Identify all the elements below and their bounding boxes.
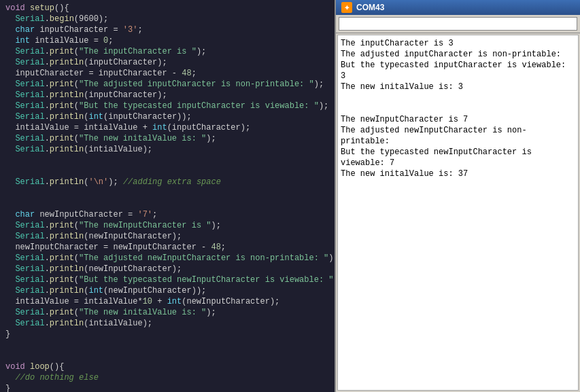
code-line: Serial.println(intialValue); [0,144,335,155]
code-line: intialValue = intialValue*10 + int(newIn… [0,296,335,307]
code-line: Serial.println(int(newInputCharacter)); [0,285,335,296]
code-line: Serial.print("The newInputCharacter is "… [0,220,335,231]
code-line: Serial.print("The adjusted inputCharacte… [0,79,335,90]
serial-icon: ✦ [341,2,352,13]
code-line [0,166,335,177]
code-line: Serial.println(inputCharacter); [0,90,335,101]
code-line: Serial.println('\n'); //adding extra spa… [0,177,335,188]
code-line: Serial.println(int(inputCharacter)); [0,111,335,122]
code-line [0,155,335,166]
code-line [0,340,335,351]
code-editor: void setup(){ Serial.begin(9600); char i… [0,0,335,392]
code-line: void setup(){ [0,3,335,14]
output-blank-line [341,103,575,114]
code-line: Serial.print("The new initalValue is: ")… [0,133,335,144]
code-line: char newInputCharacter = '7'; [0,209,335,220]
code-line: int intialValue = 0; [0,35,335,46]
code-line: } [0,383,335,392]
serial-monitor-panel: ✦ COM43 The inputCharacter is 3The adjus… [335,0,580,392]
output-line: The new initalValue is: 37 [341,168,575,179]
output-line: But the typecasted newInputCharacter is … [341,147,575,168]
serial-input-bar [336,15,580,33]
output-line: The adjusted newInputCharacter is non-pr… [341,125,575,147]
code-line: Serial.print("The adjusted newInputChara… [0,253,335,264]
code-line: void loop(){ [0,361,335,372]
code-line [0,188,335,198]
serial-input[interactable] [339,17,577,31]
code-line: newInputCharacter = newInputCharacter - … [0,242,335,253]
output-line: But the typecasted inputCharacter is vie… [341,60,575,82]
output-line: The new initalValue is: 3 [341,82,575,92]
serial-output: The inputCharacter is 3The adjusted inpu… [337,35,579,391]
code-line: //do nothing else [0,372,335,383]
code-line: char inputCharacter = '3'; [0,24,335,35]
code-line: Serial.print("But the typecasted inputCh… [0,101,335,111]
code-line [0,198,335,209]
code-line: Serial.print("The inputCharacter is "); [0,46,335,57]
serial-title: COM43 [356,3,384,12]
code-line: Serial.print("The new initalValue is: ")… [0,307,335,318]
code-line: Serial.println(intialValue); [0,318,335,329]
output-line: The newInputCharacter is 7 [341,114,575,125]
output-blank-line [341,92,575,103]
output-line: The adjusted inputCharacter is non-print… [341,49,575,60]
code-line: inputCharacter = inputCharacter - 48; [0,68,335,79]
code-line: } [0,329,335,340]
code-line: Serial.println(inputCharacter); [0,57,335,68]
serial-titlebar: ✦ COM43 [336,0,580,15]
code-line [0,351,335,361]
output-line: The inputCharacter is 3 [341,38,575,49]
code-line: Serial.begin(9600); [0,14,335,24]
code-line: Serial.println(newInputCharacter); [0,231,335,242]
code-line: Serial.println(newInputCharacter); [0,264,335,274]
code-line: Serial.print("But the typecasted newInpu… [0,274,335,285]
code-line: intialValue = intialValue + int(inputCha… [0,122,335,133]
